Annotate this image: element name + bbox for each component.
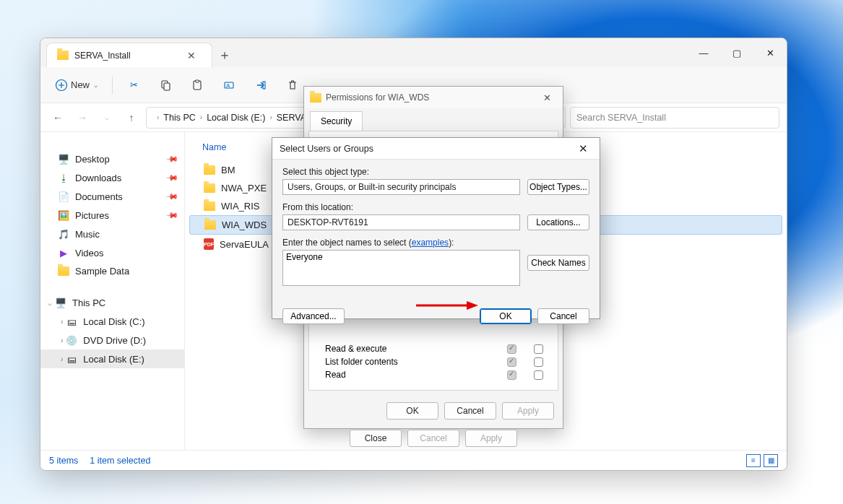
tab-security[interactable]: Security [310,111,363,131]
thumbnails-view-button[interactable]: ▦ [764,454,778,467]
object-names-label: Enter the object names to select (exampl… [282,238,520,248]
details-view-button[interactable]: ≡ [746,454,761,467]
music-icon: 🎵 [58,228,69,240]
trash-icon [286,79,299,92]
properties-apply-button[interactable]: Apply [465,430,517,447]
svg-rect-6 [196,80,199,82]
deny-checkbox[interactable] [534,357,543,367]
folder-icon [57,51,69,60]
object-names-label-prefix: Enter the object names to select ( [282,238,412,248]
permissions-ok-button[interactable]: OK [386,402,438,420]
pictures-icon: 🖼️ [58,209,69,221]
window-tab[interactable]: SERVA_Install ✕ [46,43,212,67]
cancel-button[interactable]: Cancel [537,308,589,324]
permission-row: Read & execute [325,342,543,355]
toolbar-separator [112,77,113,94]
drive-icon: 🖴 [66,353,77,365]
allow-checkbox[interactable] [507,370,516,380]
new-tab-button[interactable]: ＋ [212,43,237,67]
sidebar-item-dvd-d[interactable]: ›💿DVD Drive (D:) [40,331,184,349]
sidebar-item-drive-e[interactable]: ›🖴Local Disk (E:) [40,349,184,368]
search-input[interactable]: Search SERVA_Install [570,107,779,129]
minimize-button[interactable]: — [687,38,720,67]
object-types-button[interactable]: Object Types... [527,179,589,195]
sidebar-item-this-pc[interactable]: ⌵🖥️This PC [40,293,184,312]
titlebar: SERVA_Install ✕ ＋ — ▢ ✕ [40,38,787,67]
check-names-button[interactable]: Check Names [527,255,589,271]
sidebar-item-videos[interactable]: ▶Videos [40,243,184,262]
pin-icon: 📌 [165,152,178,165]
sidebar-item-label: Music [75,229,100,240]
tab-close-button[interactable]: ✕ [183,48,200,63]
chevron-down-icon: ⌵ [94,82,98,89]
permission-label: Read [325,370,490,380]
select-users-title: Select Users or Groups [280,144,373,154]
rename-button[interactable]: A [215,74,243,96]
properties-cancel-button[interactable]: Cancel [407,430,459,447]
permissions-title: Permissions for WIA_WDS [326,92,429,103]
recent-dropdown[interactable]: ⌵ [97,108,117,128]
sidebar-item-pictures[interactable]: 🖼️Pictures📌 [40,206,184,225]
location-value: DESKTOP-RVT6191 [288,217,368,227]
cut-button[interactable]: ✂ [120,74,147,96]
select-users-dialog: Select Users or Groups ✕ Select this obj… [272,137,600,319]
chevron-right-icon[interactable]: › [61,355,63,363]
allow-checkbox[interactable] [507,344,516,354]
sidebar-item-music[interactable]: 🎵Music [40,225,184,243]
sidebar-item-drive-c[interactable]: ›🖴Local Disk (C:) [40,312,184,331]
folder-icon [204,165,215,175]
select-users-close-button[interactable]: ✕ [574,141,592,157]
permissions-close-button[interactable]: ✕ [537,91,557,105]
folder-icon [204,201,215,211]
sidebar-item-documents[interactable]: 📄Documents📌 [40,187,184,206]
up-button[interactable]: ↑ [121,108,142,128]
paste-button[interactable] [183,74,211,96]
desktop-icon: 🖥️ [58,153,69,165]
pc-icon: 🖥️ [55,297,66,308]
pdf-icon: PDF [204,238,214,250]
chevron-right-icon[interactable]: › [61,318,63,326]
permissions-titlebar[interactable]: Permissions for WIA_WDS ✕ [304,87,563,108]
chevron-right-icon[interactable]: › [61,336,63,344]
new-button[interactable]: New ⌵ [48,74,105,96]
deny-checkbox[interactable] [534,370,543,380]
close-window-button[interactable]: ✕ [753,38,787,67]
object-names-input[interactable] [282,250,520,286]
examples-link[interactable]: examples [412,238,449,248]
breadcrumb-item[interactable]: SERVA [277,113,306,123]
copy-button[interactable] [152,74,179,96]
properties-close-button[interactable]: Close [350,430,402,447]
chevron-down-icon[interactable]: ⌵ [48,299,52,307]
location-label: From this location: [282,202,520,212]
forward-button[interactable]: → [72,108,92,128]
sidebar-item-downloads[interactable]: ⭳Downloads📌 [40,168,184,187]
folder-icon [310,93,321,103]
sidebar-item-sample-data[interactable]: Sample Data [40,262,184,280]
back-button[interactable]: ← [48,108,68,128]
clipboard-icon [191,79,204,92]
file-name: BM [221,165,235,175]
delete-button[interactable] [279,74,306,96]
maximize-button[interactable]: ▢ [720,38,753,67]
videos-icon: ▶ [58,247,69,258]
object-type-value: Users, Groups, or Built-in security prin… [288,182,456,192]
select-users-titlebar[interactable]: Select Users or Groups ✕ [272,138,600,160]
permissions-apply-button[interactable]: Apply [502,402,554,420]
breadcrumb-item[interactable]: Local Disk (E:) [207,113,265,123]
breadcrumb-item[interactable]: This PC [163,113,195,123]
drive-icon: 🖴 [66,316,77,327]
permission-row: Read [325,368,543,381]
folder-icon [204,220,216,230]
allow-checkbox[interactable] [507,357,516,367]
ok-button[interactable]: OK [480,308,532,324]
column-header-name[interactable]: Name [202,142,226,152]
locations-button[interactable]: Locations... [527,214,589,230]
permissions-cancel-button[interactable]: Cancel [444,402,496,420]
deny-checkbox[interactable] [534,344,543,354]
sidebar-item-desktop[interactable]: 🖥️Desktop📌 [40,149,184,168]
share-button[interactable] [247,74,274,96]
svg-text:A: A [226,82,230,89]
sidebar-item-label: Local Disk (E:) [83,354,144,365]
sidebar-item-label: This PC [72,297,105,308]
advanced-button[interactable]: Advanced... [282,308,345,324]
